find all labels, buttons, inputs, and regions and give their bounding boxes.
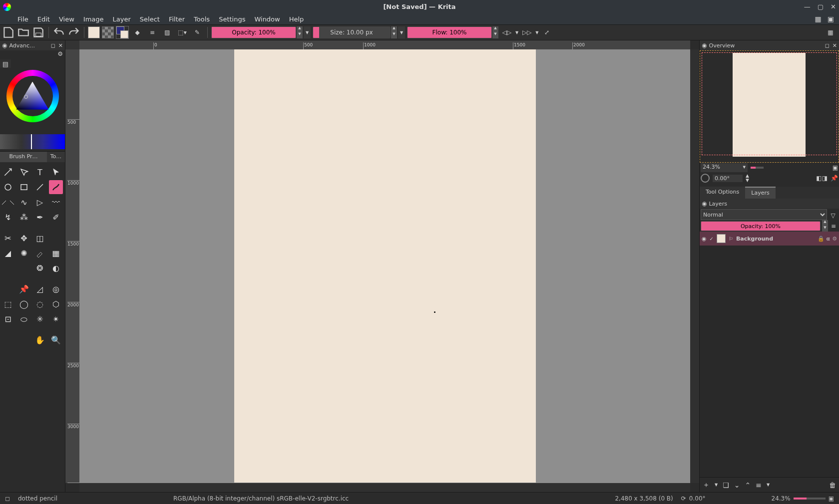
workspace-chooser-icon[interactable]: ▦ bbox=[813, 15, 823, 23]
tool-select-magnetic[interactable]: ✴ bbox=[49, 312, 63, 326]
minimize-button[interactable]: — bbox=[804, 3, 811, 10]
layer-name[interactable]: Background bbox=[736, 236, 773, 242]
menu-image[interactable]: Image bbox=[79, 14, 108, 24]
mirror-h-dd[interactable]: ▼ bbox=[515, 30, 518, 35]
fg-bg-swap[interactable] bbox=[116, 26, 129, 39]
move-layer-down-button[interactable]: ⌄ bbox=[734, 481, 740, 489]
layer-alpha-icon[interactable]: α bbox=[827, 236, 831, 242]
ruler-vertical[interactable]: 500100015002000250030003500 bbox=[65, 49, 79, 483]
ruler-horizontal[interactable]: 0500100015002000 bbox=[79, 40, 690, 49]
tool-select-contig[interactable]: ⊡ bbox=[1, 312, 15, 326]
viewport[interactable] bbox=[79, 49, 690, 483]
scrollbar-vertical[interactable] bbox=[690, 49, 699, 483]
tool-multibrush[interactable]: ⁂ bbox=[17, 210, 31, 224]
tool-polyline[interactable]: ⟋⟍ bbox=[1, 195, 15, 209]
tool-transform[interactable] bbox=[1, 165, 15, 179]
brush-settings-icon[interactable]: ✎ bbox=[191, 26, 204, 39]
status-angle-icon[interactable]: ⟳ bbox=[681, 495, 686, 502]
brush-preset-icon[interactable]: ⬚▾ bbox=[176, 26, 189, 39]
quickbar-icon[interactable]: ▤ bbox=[2, 60, 8, 68]
duplicate-layer-button[interactable]: ❏ bbox=[723, 481, 729, 489]
close-panel-icon[interactable]: ✕ bbox=[58, 42, 63, 49]
save-file-icon[interactable] bbox=[32, 26, 45, 39]
tool-pan[interactable]: ✋ bbox=[33, 333, 47, 347]
size-dropdown[interactable]: ▼ bbox=[398, 26, 405, 38]
delete-layer-button[interactable]: 🗑 bbox=[829, 481, 836, 489]
fit-page-icon[interactable]: ▣ bbox=[833, 164, 838, 171]
status-selection-icon[interactable]: ◻ bbox=[5, 495, 10, 502]
mirror-view-icon[interactable]: ◧◨ bbox=[816, 175, 828, 182]
mirror-v-icon[interactable]: ▷▷ bbox=[520, 26, 533, 39]
tool-gradient[interactable]: ▦ bbox=[49, 246, 63, 260]
alpha-lock-icon[interactable]: ≡ bbox=[146, 26, 159, 39]
pin-icon[interactable]: 📌 bbox=[831, 175, 838, 182]
tool-transform-free[interactable]: ◫ bbox=[33, 231, 47, 245]
blend-mode-select[interactable]: Normal bbox=[701, 209, 827, 220]
tool-fill[interactable]: ◢ bbox=[1, 246, 15, 260]
redo-icon[interactable] bbox=[67, 26, 80, 39]
opacity-dropdown[interactable]: ▼ bbox=[304, 26, 311, 38]
tool-select-polygon[interactable]: ⬡ bbox=[49, 297, 63, 311]
tool-pencil[interactable]: ✐ bbox=[49, 210, 63, 224]
layer-opacity-slider[interactable]: Opacity: 100% bbox=[701, 221, 821, 231]
rotation-dial[interactable] bbox=[701, 174, 710, 183]
eye-icon[interactable]: ◉ bbox=[702, 200, 707, 207]
pattern-swatch[interactable] bbox=[102, 26, 114, 38]
close-button[interactable]: ✕ bbox=[831, 3, 836, 10]
menu-window[interactable]: Window bbox=[250, 14, 284, 24]
tool-select-outline[interactable]: ◌ bbox=[33, 297, 47, 311]
preserve-alpha-icon[interactable]: ▨ bbox=[161, 26, 174, 39]
size-spinner[interactable]: ▲▼ bbox=[391, 26, 397, 38]
eye-icon[interactable]: ◉ bbox=[2, 42, 7, 49]
tool-text[interactable]: T bbox=[33, 165, 47, 179]
overview-navigator[interactable] bbox=[700, 50, 839, 163]
maximize-button[interactable]: ▢ bbox=[818, 3, 824, 10]
overview-zoom-slider[interactable] bbox=[751, 167, 764, 169]
menu-filter[interactable]: Filter bbox=[164, 14, 189, 24]
menu-file[interactable]: File bbox=[13, 14, 33, 24]
tool-rectangle[interactable] bbox=[17, 180, 31, 194]
open-file-icon[interactable] bbox=[17, 26, 30, 39]
menu-select[interactable]: Select bbox=[135, 14, 164, 24]
tool-calligraphy[interactable]: ✒ bbox=[33, 210, 47, 224]
tool-select-path[interactable]: ⬭ bbox=[17, 312, 31, 326]
layer-lock-icon[interactable]: 🔒 bbox=[818, 236, 825, 242]
tool-smartpatch[interactable]: ❂ bbox=[33, 261, 47, 275]
tool-assist[interactable]: ✺ bbox=[17, 246, 31, 260]
tool-select-ellipse[interactable]: ◯ bbox=[17, 297, 31, 311]
tool-select-similar[interactable]: ✳ bbox=[33, 312, 47, 326]
color-wheel[interactable] bbox=[6, 70, 59, 122]
tool-polygon[interactable]: ▷ bbox=[33, 195, 47, 209]
tool-pointer[interactable] bbox=[49, 165, 63, 179]
tab-layers[interactable]: Layers bbox=[745, 187, 775, 199]
eye-icon[interactable]: ◉ bbox=[702, 42, 707, 49]
layer-visible-icon[interactable]: ◉ bbox=[702, 236, 707, 242]
opacity-slider[interactable]: Opacity: 100% bbox=[211, 26, 296, 38]
layer-properties-dd[interactable]: ▼ bbox=[767, 483, 770, 487]
undo-icon[interactable] bbox=[52, 26, 65, 39]
layer-check-icon[interactable]: ✓ bbox=[710, 236, 714, 242]
tool-ellipse[interactable] bbox=[1, 180, 15, 194]
flow-spinner[interactable]: ▲▼ bbox=[492, 26, 498, 38]
tool-bezier[interactable]: ∿ bbox=[17, 195, 31, 209]
layer-item[interactable]: ◉ ✓ ⚐ Background 🔒 α ⚙ bbox=[700, 232, 839, 246]
status-angle-value[interactable]: 0.00° bbox=[689, 495, 706, 502]
menu-tools[interactable]: Tools bbox=[189, 14, 214, 24]
menu-layer[interactable]: Layer bbox=[108, 14, 135, 24]
status-fitpage-icon[interactable]: ▣ bbox=[829, 495, 834, 502]
tool-move-layer[interactable]: ✥ bbox=[17, 231, 31, 245]
tool-move[interactable] bbox=[17, 165, 31, 179]
foreground-swatch[interactable] bbox=[88, 26, 100, 38]
layer-properties-button[interactable]: ≡ bbox=[756, 481, 762, 489]
close-panel-icon[interactable]: ✕ bbox=[833, 42, 837, 49]
tab-brush-presets[interactable]: Brush Pr… bbox=[0, 152, 47, 162]
move-layer-up-button[interactable]: ⌃ bbox=[745, 481, 751, 489]
detach-canvas-icon[interactable]: ▣ bbox=[826, 15, 836, 23]
tool-measure[interactable]: ◿ bbox=[33, 282, 47, 296]
mirror-v-dd[interactable]: ▼ bbox=[535, 30, 538, 35]
size-slider[interactable]: Size: 10.00 px bbox=[313, 26, 391, 38]
tab-tool-options[interactable]: Tool Options bbox=[700, 187, 745, 199]
tool-freehand-brush[interactable] bbox=[49, 180, 63, 194]
layer-opacity-spinner[interactable]: ▲▼ bbox=[822, 220, 828, 232]
overview-zoom-input[interactable]: 24.3%▾ bbox=[701, 163, 748, 172]
